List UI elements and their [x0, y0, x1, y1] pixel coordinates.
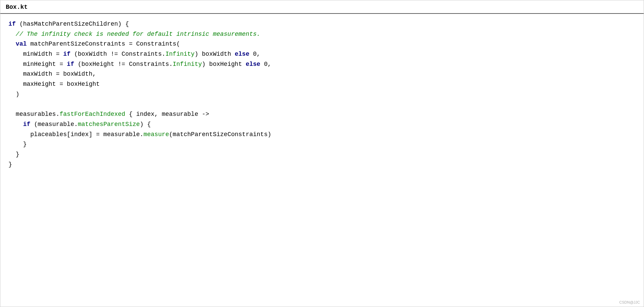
code-line-3: val matchParentSizeConstraints = Constra… — [8, 39, 636, 49]
main-container: Box.kt if (hasMatchParentSizeChildren) {… — [0, 0, 644, 307]
code-line-15: } — [8, 160, 636, 170]
code-line-9 — [8, 100, 636, 110]
prop-infinity-2: Infinity — [173, 61, 202, 68]
code-area: if (hasMatchParentSizeChildren) { // The… — [0, 14, 644, 178]
method-fastforeachindexed: fastForEachIndexed — [59, 111, 125, 118]
code-line-5: minHeight = if (boxHeight != Constraints… — [8, 59, 636, 70]
title-bar: Box.kt — [0, 0, 644, 14]
keyword-else-1: else — [235, 51, 249, 57]
keyword-if-3: if — [67, 61, 74, 68]
code-line-4: minWidth = if (boxWidth != Constraints.I… — [8, 49, 636, 59]
code-line-1: if (hasMatchParentSizeChildren) { — [8, 19, 636, 29]
prop-matchesparentsize: matchesParentSize — [78, 121, 140, 128]
method-measure: measure — [144, 131, 169, 138]
keyword-if-1: if — [8, 21, 16, 27]
keyword-else-2: else — [246, 61, 260, 68]
file-title: Box.kt — [6, 4, 28, 10]
code-line-12: placeables[index] = measurable.measure(m… — [8, 130, 636, 140]
code-line-13: } — [8, 139, 636, 150]
comment-1: // The infinity check is needed for defa… — [16, 31, 261, 37]
prop-infinity-1: Infinity — [166, 51, 195, 57]
keyword-val-1: val — [16, 41, 27, 47]
keyword-if-4: if — [23, 121, 30, 128]
code-line-2: // The infinity check is needed for defa… — [8, 29, 636, 40]
code-line-7: maxHeight = boxHeight — [8, 79, 636, 89]
code-line-6: maxWidth = boxWidth, — [8, 69, 636, 79]
code-line-8: ) — [8, 89, 636, 100]
watermark: CSDN@JJC — [619, 300, 640, 304]
code-line-10: measurables.fastForEachIndexed { index, … — [8, 109, 636, 120]
code-line-11: if (measurable.matchesParentSize) { — [8, 120, 636, 130]
code-line-14: } — [8, 150, 636, 160]
keyword-if-2: if — [63, 51, 71, 57]
